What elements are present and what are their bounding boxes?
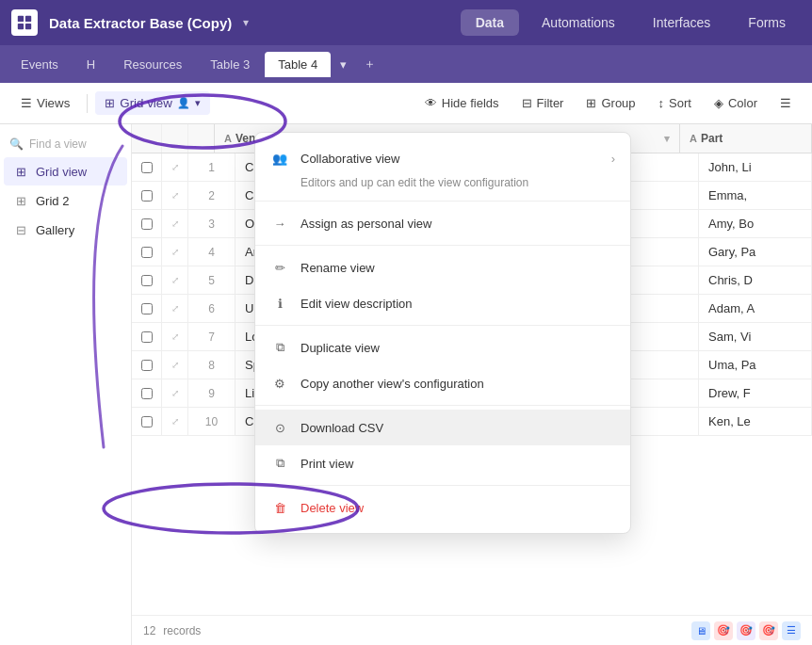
menu-assign-personal[interactable]: → Assign as personal view [255,205,630,241]
collaborative-view-arrow: › [611,152,615,166]
sidebar-grid-2-label: Grid 2 [36,194,69,208]
filter-button[interactable]: ⊟ Filter [512,91,574,115]
nav-tab-automations[interactable]: Automations [527,9,630,36]
app-title: Data Extractor Base (Copy) [49,15,232,31]
tab-events[interactable]: Events [8,52,72,77]
color-icon: ◈ [714,96,723,110]
tab-h[interactable]: H [73,52,108,77]
divider-2 [255,245,630,246]
filter-icon: ⊟ [522,96,532,110]
find-view-search[interactable]: 🔍 Find a view [0,132,131,156]
print-view-label: Print view [300,457,615,471]
main-layout: 🔍 Find a view ⊞ Grid view ⊞ Grid 2 ⊟ Gal… [0,124,812,645]
grid-view-user-icon: 👤 [177,97,190,109]
collaborative-view-icon: 👥 [270,149,289,168]
collaborative-view-subtext: Editors and up can edit the view configu… [255,176,630,197]
group-label: Group [601,96,635,110]
tab-resources[interactable]: Resources [110,52,195,77]
tab-bar: Events H Resources Table 3 Table 4 ▾ ＋ [0,45,812,83]
print-icon: ⧉ [270,454,289,473]
rename-icon: ✏ [270,258,289,277]
color-button[interactable]: ◈ Color [705,91,767,115]
menu-duplicate-view[interactable]: ⧉ Duplicate view [255,330,630,365]
delete-view-label: Delete view [300,501,615,515]
find-view-label: Find a view [29,137,87,151]
toolbar: ☰ Views ⊞ Grid view 👤 ▾ 👁 Hide fields ⊟ … [0,83,812,124]
color-label: Color [728,96,757,110]
more-options-button[interactable]: ☰ [771,91,801,115]
menu-edit-description[interactable]: ℹ Edit view description [255,285,630,321]
tab-table3[interactable]: Table 3 [197,52,263,77]
menu-rename-view[interactable]: ✏ Rename view [255,250,630,285]
svg-rect-1 [25,16,31,22]
sort-icon: ↕ [658,96,665,110]
grid-view-button[interactable]: ⊞ Grid view 👤 ▾ [95,91,210,115]
menu-delete-view[interactable]: 🗑 Delete view [255,490,630,525]
top-navigation: Data Extractor Base (Copy) ▾ Data Automa… [0,0,812,45]
download-csv-icon: ⊙ [270,418,289,437]
svg-rect-0 [18,16,24,22]
hide-icon: 👁 [425,96,437,110]
dropdown-overlay[interactable]: 👥 Collaborative view › Editors and up ca… [132,124,812,645]
divider-1 [255,201,630,202]
download-csv-label: Download CSV [300,421,615,435]
edit-description-icon: ℹ [270,294,289,313]
views-label: Views [37,96,70,110]
tab-add-button[interactable]: ＋ [356,52,383,76]
copy-config-label: Copy another view's configuration [300,377,615,391]
delete-icon: 🗑 [270,498,289,517]
sidebar-item-grid-2[interactable]: ⊞ Grid 2 [4,186,127,215]
tab-table4[interactable]: Table 4 [265,52,331,77]
toolbar-divider-1 [87,94,88,113]
svg-rect-3 [25,24,31,29]
more-icon: ☰ [780,96,791,110]
group-button[interactable]: ⊞ Group [577,91,644,115]
assign-personal-icon: → [270,214,289,233]
nav-tab-forms[interactable]: Forms [733,9,801,36]
grid-2-icon: ⊞ [13,193,28,208]
menu-icon: ☰ [21,96,32,110]
context-menu: 👥 Collaborative view › Editors and up ca… [254,132,631,534]
sidebar: 🔍 Find a view ⊞ Grid view ⊞ Grid 2 ⊟ Gal… [0,124,132,645]
edit-description-label: Edit view description [300,297,615,311]
sidebar-item-gallery[interactable]: ⊟ Gallery [4,216,127,244]
menu-collaborative-view[interactable]: 👥 Collaborative view › [255,140,630,176]
app-title-chevron[interactable]: ▾ [243,16,249,29]
grid-icon: ⊞ [105,96,115,110]
grid-view-label: Grid view [120,96,172,110]
grid-view-chevron[interactable]: ▾ [195,97,201,109]
menu-copy-config[interactable]: ⚙ Copy another view's configuration [255,365,630,401]
hide-fields-button[interactable]: 👁 Hide fields [415,91,509,115]
collaborative-view-label: Collaborative view [300,152,600,166]
table-area: A Venue ▾ A Part ⤢ 1 Convention Center J… [132,124,812,645]
grid-view-icon: ⊞ [13,164,28,179]
rename-view-label: Rename view [300,261,615,275]
app-logo [11,9,38,36]
sidebar-item-grid-view[interactable]: ⊞ Grid view [4,157,127,185]
divider-4 [255,405,630,406]
menu-download-csv[interactable]: ⊙ Download CSV [255,410,630,445]
sort-button[interactable]: ↕ Sort [649,91,701,115]
nav-tab-interfaces[interactable]: Interfaces [638,9,725,36]
divider-3 [255,325,630,326]
nav-tab-data[interactable]: Data [461,9,519,36]
tab-more-dropdown[interactable]: ▾ [333,54,354,75]
svg-rect-2 [18,24,24,29]
sort-label: Sort [669,96,691,110]
assign-personal-label: Assign as personal view [300,217,615,231]
filter-label: Filter [537,96,564,110]
duplicate-view-label: Duplicate view [300,341,615,355]
search-icon: 🔍 [9,137,24,151]
copy-config-icon: ⚙ [270,374,289,393]
views-toggle-button[interactable]: ☰ Views [11,91,79,115]
sidebar-grid-view-label: Grid view [36,165,87,179]
sidebar-gallery-label: Gallery [36,223,74,237]
menu-print-view[interactable]: ⧉ Print view [255,445,630,481]
group-icon: ⊞ [586,96,596,110]
divider-5 [255,485,630,486]
duplicate-icon: ⧉ [270,338,289,357]
hide-fields-label: Hide fields [442,96,499,110]
gallery-icon: ⊟ [13,222,28,237]
